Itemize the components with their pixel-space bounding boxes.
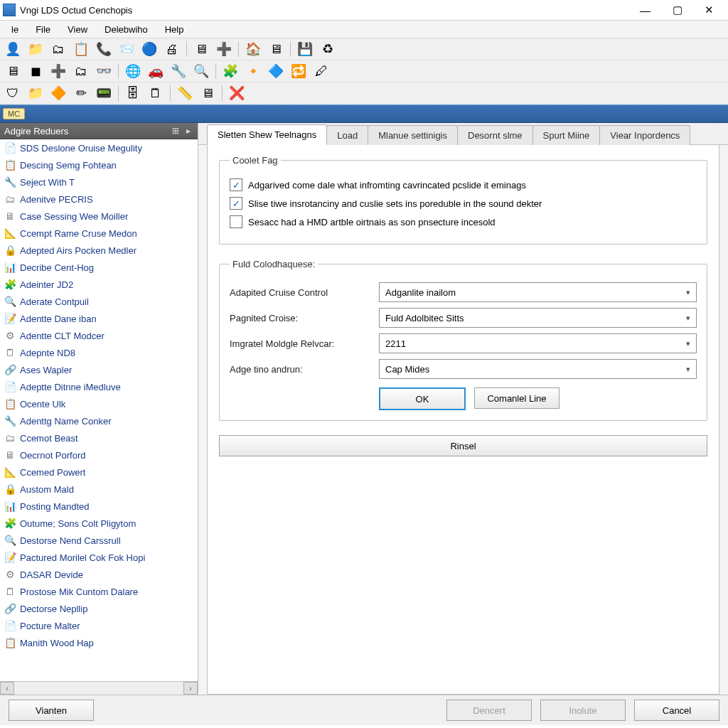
tb3-btn-9[interactable]: ❌ xyxy=(227,83,247,103)
tb3-btn-3[interactable]: ✏ xyxy=(71,83,91,103)
cancel-button[interactable]: Cancel xyxy=(634,700,719,721)
sidebar-list[interactable]: 📄SDS Deslone Oruise Megulity📋Descing Sem… xyxy=(0,139,198,681)
sidebar-item[interactable]: 📝Adentte Dane iban xyxy=(0,310,198,327)
blueband-chip[interactable]: MC xyxy=(3,108,25,119)
tb1-btn-8[interactable]: 🖥 xyxy=(191,39,211,59)
footer-inolute-button[interactable]: Inolute xyxy=(540,700,626,721)
pin-icon[interactable]: ⊞ xyxy=(171,126,181,136)
minimize-button[interactable]: — xyxy=(629,0,661,20)
tb1-btn-10[interactable]: 🏠 xyxy=(243,39,263,59)
tb2-btn-13[interactable]: 🖊 xyxy=(311,61,331,81)
tb2-btn-7[interactable]: 🔧 xyxy=(168,61,188,81)
tb3-btn-2[interactable]: 🔶 xyxy=(48,83,68,103)
checkbox-1[interactable]: ✓ xyxy=(230,197,242,210)
sidebar-item[interactable]: 🔧Adenttg Name Conker xyxy=(0,412,198,429)
tb3-btn-1[interactable]: 📁 xyxy=(26,83,46,103)
tb3-btn-5[interactable]: 🗄 xyxy=(123,83,143,103)
tb1-btn-12[interactable]: 💾 xyxy=(295,39,315,59)
sidebar-item[interactable]: 📐Ccemed Powert xyxy=(0,464,198,481)
sidebar-item[interactable]: 🗒Prostose Mik Cuntom Dalare xyxy=(0,583,198,600)
sidebar-item[interactable]: 🔗Dectorse Nepllip xyxy=(0,600,198,617)
menu-item-file[interactable]: File xyxy=(27,23,59,36)
sidebar-item[interactable]: 🔍Destorse Nend Carssrull xyxy=(0,532,198,549)
sidebar-item[interactable]: 📋Ocente Ulk xyxy=(0,395,198,412)
tb1-btn-1[interactable]: 📁 xyxy=(26,39,46,59)
tb3-btn-8[interactable]: 🖥 xyxy=(198,83,218,103)
tab-4[interactable]: Spurt Miine xyxy=(532,125,601,145)
tb1-btn-7[interactable]: 🖨 xyxy=(162,39,182,59)
sidebar-item[interactable]: 🧩Outume; Sons Colt Pligytom xyxy=(0,515,198,532)
sidebar-item[interactable]: 🗒Adepnte ND8 xyxy=(0,344,198,361)
tb1-btn-0[interactable]: 👤 xyxy=(3,39,23,59)
sidebar-item[interactable]: 📐Ccempt Rame Cruse Medon xyxy=(0,225,198,242)
tb3-btn-4[interactable]: 📟 xyxy=(94,83,114,103)
tb1-btn-5[interactable]: 📨 xyxy=(117,39,136,59)
tab-3[interactable]: Desornt slme xyxy=(457,125,533,145)
sidebar-item[interactable]: ⚙DASAR Devide xyxy=(0,566,198,583)
sidebar-item[interactable]: 📄Pocture Malter xyxy=(0,617,198,634)
checkbox-0[interactable]: ✓ xyxy=(230,178,242,191)
comanlel-line-button[interactable]: Comanlel Line xyxy=(474,387,560,409)
tb1-btn-6[interactable]: 🔵 xyxy=(139,39,159,59)
sidebar-item[interactable]: 🖥Case Sessing Wee Moiller xyxy=(0,208,198,225)
sidebar-item[interactable]: 🔍Aderate Contpuil xyxy=(0,293,198,310)
tab-1[interactable]: Load xyxy=(326,125,368,145)
sidebar-item[interactable]: ⚙Adentte CLT Modcer xyxy=(0,327,198,344)
close-button[interactable]: ✕ xyxy=(693,0,725,20)
sidebar-item[interactable]: 📋Manith Wood Hap xyxy=(0,634,198,651)
tb2-btn-3[interactable]: 🗂 xyxy=(71,61,91,81)
tb2-btn-11[interactable]: 🔷 xyxy=(266,61,286,81)
select-adge-tino[interactable]: Cap Mides ▾ xyxy=(379,359,697,379)
hscroll-track[interactable] xyxy=(14,682,183,694)
sidebar-item[interactable]: 📊Decribe Cent-Hog xyxy=(0,259,198,276)
tb1-btn-3[interactable]: 📋 xyxy=(71,39,91,59)
close-panel-icon[interactable]: ▸ xyxy=(183,126,193,136)
sidebar-item[interactable]: 🗂Adenitve PECRIS xyxy=(0,191,198,208)
tb2-btn-4[interactable]: 👓 xyxy=(94,61,114,81)
menu-item-view[interactable]: View xyxy=(59,23,96,36)
menu-item-help[interactable]: Help xyxy=(156,23,193,36)
tb2-btn-1[interactable]: ◼ xyxy=(26,61,46,81)
select-imgratel-moldgle[interactable]: 2211 ▾ xyxy=(379,333,697,353)
tab-5[interactable]: Viear Inpordencs xyxy=(599,125,690,145)
tb2-btn-8[interactable]: 🔍 xyxy=(191,61,211,81)
ok-button[interactable]: OK xyxy=(379,387,466,410)
footer-dencert-button[interactable]: Dencert xyxy=(446,700,532,721)
tb1-btn-11[interactable]: 🖥 xyxy=(266,39,286,59)
tb2-btn-5[interactable]: 🌐 xyxy=(123,61,143,81)
tb2-btn-10[interactable]: 🔸 xyxy=(243,61,263,81)
tb2-btn-9[interactable]: 🧩 xyxy=(220,61,240,81)
sidebar-item[interactable]: 🔧Seject With T xyxy=(0,173,198,191)
hscroll-right-icon[interactable]: › xyxy=(183,682,198,695)
hscroll-left-icon[interactable]: ‹ xyxy=(0,682,14,695)
tb1-btn-4[interactable]: 📞 xyxy=(94,39,114,59)
tab-2[interactable]: Mlanue settinigis xyxy=(368,125,458,145)
tb2-btn-0[interactable]: 🖥 xyxy=(3,61,23,81)
footer-left-button[interactable]: Vianten xyxy=(9,700,94,721)
menu-item-3[interactable]: Delebwiho xyxy=(96,23,156,36)
select-adapted-cruise[interactable]: Adganlite inailom ▾ xyxy=(379,282,697,302)
sidebar-item[interactable]: 🖥Oecrnot Porford xyxy=(0,446,198,464)
tb3-btn-7[interactable]: 📏 xyxy=(175,83,195,103)
sidebar-item[interactable]: 📄SDS Deslone Oruise Megulity xyxy=(0,139,198,156)
tb2-btn-2[interactable]: ➕ xyxy=(48,61,68,81)
sidebar-item[interactable]: 🗂Ccemot Beast xyxy=(0,429,198,446)
tb1-btn-2[interactable]: 🗂 xyxy=(48,39,68,59)
sidebar-item[interactable]: 📋Descing Semg Fohtean xyxy=(0,156,198,173)
menu-item-0[interactable]: le xyxy=(3,23,27,36)
select-pagnited-croise[interactable]: Fuld Adolbitec Sitts ▾ xyxy=(379,308,697,328)
sidebar-item[interactable]: 🧩Adeinter JD2 xyxy=(0,276,198,293)
sidebar-item[interactable]: 📄Adeptte Ditnne iMedluve xyxy=(0,378,198,395)
sidebar-item[interactable]: 🔒Austom Mald xyxy=(0,481,198,498)
sidebar-item[interactable]: 📊Posting Mandted xyxy=(0,498,198,515)
checkbox-2[interactable] xyxy=(230,215,242,228)
rinsel-button[interactable]: Rinsel xyxy=(219,435,707,456)
tab-0[interactable]: Sletten Shew Teelnagns xyxy=(207,124,327,145)
tb2-btn-6[interactable]: 🚗 xyxy=(146,61,166,81)
tb2-btn-12[interactable]: 🔁 xyxy=(289,61,309,81)
tb1-btn-9[interactable]: ➕ xyxy=(214,39,234,59)
maximize-button[interactable]: ▢ xyxy=(661,0,693,20)
tb3-btn-0[interactable]: 🛡 xyxy=(3,83,23,103)
tb3-btn-6[interactable]: 🗒 xyxy=(146,83,166,103)
tb1-btn-13[interactable]: ♻ xyxy=(318,39,338,59)
